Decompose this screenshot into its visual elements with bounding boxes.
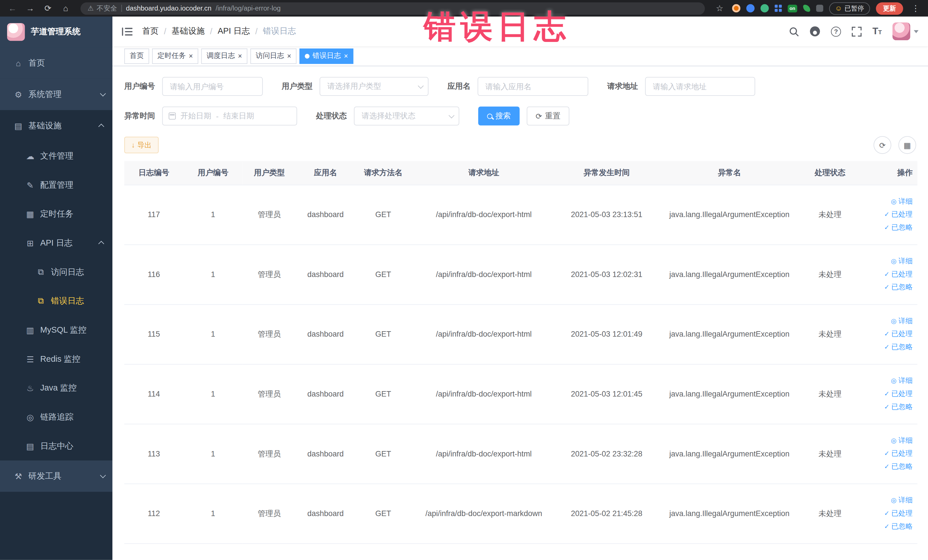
refresh-table-button[interactable]: ⟳ xyxy=(873,136,891,154)
processed-link[interactable]: ✓已处理 xyxy=(884,328,913,340)
search-icon[interactable] xyxy=(789,26,799,36)
reset-button[interactable]: ⟳ 重置 xyxy=(527,107,569,125)
security-label[interactable]: 不安全 xyxy=(97,4,117,12)
forward-icon[interactable]: → xyxy=(24,3,37,13)
ignored-link[interactable]: ✓已忽略 xyxy=(884,521,913,533)
ignored-link[interactable]: ✓已忽略 xyxy=(884,401,913,413)
sidebar-item-home[interactable]: ⌂ 首页 xyxy=(0,47,112,79)
app-name-input[interactable] xyxy=(478,77,588,96)
sidebar-item-infrastructure[interactable]: ▤ 基础设施 xyxy=(0,110,112,142)
processed-link[interactable]: ✓已处理 xyxy=(884,388,913,400)
tab-schedule-log[interactable]: 调度日志 × xyxy=(201,48,247,64)
check-icon: ✓ xyxy=(884,402,890,412)
detail-link[interactable]: ◎详细 xyxy=(891,495,913,506)
sidebar-item-file-management[interactable]: ☁ 文件管理 xyxy=(0,142,112,171)
extension-icon-grid[interactable] xyxy=(775,5,782,12)
help-icon[interactable]: ? xyxy=(831,26,841,36)
extension-icon-vue[interactable] xyxy=(760,4,769,12)
search-icon xyxy=(487,113,492,119)
fullscreen-icon[interactable] xyxy=(852,26,862,36)
check-icon: ✓ xyxy=(884,449,890,459)
sidebar-item-dev-tools[interactable]: ⚒ 研发工具 xyxy=(0,461,112,492)
user-id-input[interactable] xyxy=(162,77,263,96)
sidebar-filler xyxy=(0,492,112,560)
processed-link[interactable]: ✓已处理 xyxy=(884,508,913,519)
tab-access-log[interactable]: 访问日志 × xyxy=(250,48,297,64)
extension-icon-leaf[interactable] xyxy=(803,5,810,12)
detail-link[interactable]: ◎详细 xyxy=(891,256,913,267)
user-menu[interactable] xyxy=(892,23,918,40)
processed-link[interactable]: ✓已处理 xyxy=(884,448,913,459)
ignored-link[interactable]: ✓已忽略 xyxy=(884,342,913,353)
extensions-pin-icon[interactable] xyxy=(816,5,823,12)
user-type-select[interactable]: 请选择用户类型 xyxy=(319,77,429,96)
back-icon[interactable]: ← xyxy=(6,3,19,13)
ignored-link[interactable]: ✓已忽略 xyxy=(884,461,913,472)
sidebar-item-error-log[interactable]: ⧉ 错误日志 xyxy=(0,287,112,316)
check-icon: ✓ xyxy=(884,462,890,472)
sidebar-item-mysql-monitor[interactable]: ▥ MySQL 监控 xyxy=(0,316,112,345)
font-size-icon[interactable]: TT xyxy=(872,26,882,36)
ignored-link[interactable]: ✓已忽略 xyxy=(884,282,913,293)
detail-link[interactable]: ◎详细 xyxy=(891,375,913,386)
process-status-select[interactable]: 请选择处理状态 xyxy=(354,107,459,125)
export-button[interactable]: ↓ 导出 xyxy=(124,137,159,153)
breadcrumb-api-log[interactable]: API 日志 xyxy=(218,26,250,37)
sidebar-item-access-log[interactable]: ⧉ 访问日志 xyxy=(0,257,112,287)
reload-icon[interactable]: ⟳ xyxy=(41,3,55,13)
breadcrumb-home[interactable]: 首页 xyxy=(142,26,159,37)
user-type-label: 用户类型 xyxy=(282,81,313,92)
check-icon: ✓ xyxy=(884,209,890,220)
browser-menu-icon[interactable]: ⋮ xyxy=(909,3,922,13)
date-range-picker[interactable]: 开始日期 - 结束日期 xyxy=(162,107,297,125)
sidebar-item-api-log[interactable]: ⊞ API 日志 xyxy=(0,229,112,258)
profile-paused-badge[interactable]: ☺ 已暂停 xyxy=(829,2,870,15)
ignored-link[interactable]: ✓已忽略 xyxy=(884,222,913,233)
hamburger-icon[interactable] xyxy=(122,27,132,36)
close-icon[interactable]: × xyxy=(287,52,291,60)
extension-icon-on-badge[interactable]: on xyxy=(788,5,797,12)
detail-link[interactable]: ◎详细 xyxy=(891,315,913,327)
extension-icon-red[interactable] xyxy=(732,4,740,12)
sidebar-item-java-monitor[interactable]: ♨ Java 监控 xyxy=(0,374,112,403)
column-header: 应用名 xyxy=(296,161,355,185)
column-header: 异常名 xyxy=(657,161,802,185)
address-bar[interactable]: ⚠ 不安全 dashboard.yudao.iocoder.cn/infra/l… xyxy=(81,2,705,15)
detail-link[interactable]: ◎详细 xyxy=(891,435,913,446)
bookmark-star-icon[interactable]: ☆ xyxy=(713,3,726,13)
request-url-input[interactable] xyxy=(645,77,755,96)
sidebar-item-log-center[interactable]: ▤ 日志中心 xyxy=(0,431,112,461)
chrome-update-button[interactable]: 更新 xyxy=(876,2,903,15)
extension-icon-blue[interactable] xyxy=(746,4,754,12)
app-logo[interactable]: 芋道管理系统 xyxy=(0,17,112,47)
check-icon: ✓ xyxy=(884,521,890,532)
close-icon[interactable]: × xyxy=(238,52,242,60)
sidebar-item-scheduled-tasks[interactable]: ▦ 定时任务 xyxy=(0,200,112,229)
tab-home[interactable]: 首页 xyxy=(124,48,149,64)
column-header: 请求方法名 xyxy=(355,161,411,185)
paused-label: 已暂停 xyxy=(844,4,864,12)
sidebar-item-config-management[interactable]: ✎ 配置管理 xyxy=(0,170,112,200)
search-button[interactable]: 搜索 xyxy=(478,107,519,125)
home-icon[interactable]: ⌂ xyxy=(59,3,72,13)
eye-icon: ◎ xyxy=(891,435,897,446)
sidebar-item-system-management[interactable]: ⚙ 系统管理 xyxy=(0,79,112,110)
breadcrumb-infrastructure[interactable]: 基础设施 xyxy=(171,26,205,37)
tab-error-log[interactable]: 错误日志 × xyxy=(299,48,353,64)
eye-icon: ◎ xyxy=(24,412,37,422)
close-icon[interactable]: × xyxy=(189,52,193,60)
processed-link[interactable]: ✓已处理 xyxy=(884,269,913,280)
column-settings-button[interactable]: ▦ xyxy=(898,136,916,154)
search-form: 用户编号 用户类型 请选择用户类型 应用名 xyxy=(112,66,928,134)
processed-link[interactable]: ✓已处理 xyxy=(884,209,913,220)
home-menu-icon: ⌂ xyxy=(12,58,25,68)
detail-link[interactable]: ◎详细 xyxy=(891,196,913,207)
tab-scheduled-tasks[interactable]: 定时任务 × xyxy=(152,48,198,64)
sidebar-item-redis-monitor[interactable]: ☰ Redis 监控 xyxy=(0,344,112,374)
request-url-label: 请求地址 xyxy=(607,81,638,92)
browser-extension-area: ☆ on ☺ 已暂停 更新 ⋮ xyxy=(713,2,922,15)
close-icon[interactable]: × xyxy=(344,52,348,60)
github-icon[interactable] xyxy=(810,26,820,37)
sidebar-item-trace[interactable]: ◎ 链路追踪 xyxy=(0,403,112,432)
logo-image xyxy=(7,23,25,41)
